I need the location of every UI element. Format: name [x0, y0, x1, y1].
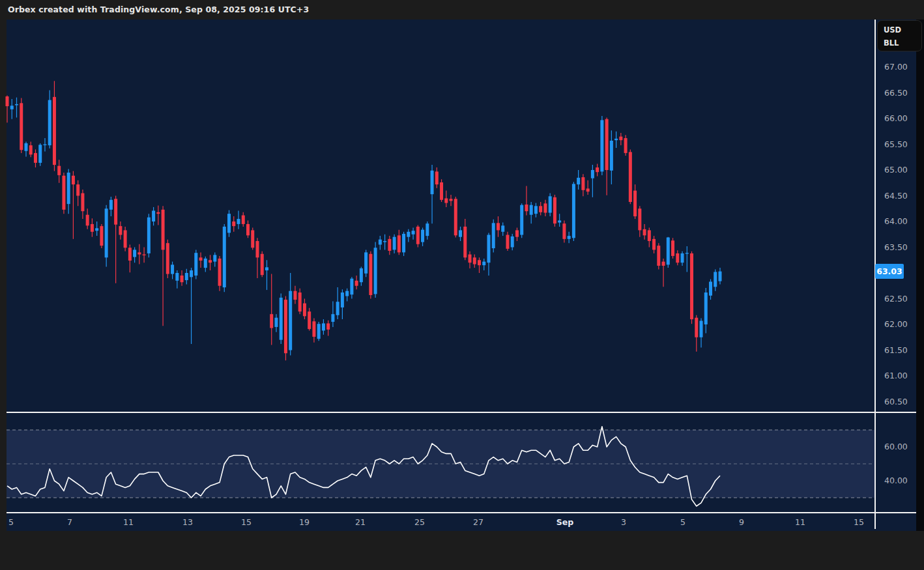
candle-body: [255, 241, 259, 257]
candle-body: [317, 324, 321, 339]
candle-body: [511, 236, 514, 248]
candle-body: [444, 198, 448, 203]
candle-body: [24, 143, 27, 151]
candle-body: [364, 252, 368, 273]
candle-body: [15, 104, 18, 106]
candle-body: [586, 188, 590, 192]
candle-body: [581, 177, 585, 190]
time-tick: 11: [123, 517, 134, 527]
time-tick: 25: [414, 517, 425, 527]
candle-body: [482, 262, 485, 266]
candle-body: [619, 137, 622, 141]
candle-body: [81, 193, 84, 212]
time-tick: 9: [739, 517, 744, 527]
candle-body: [591, 170, 594, 178]
candle-body: [667, 237, 670, 264]
candle-body: [156, 212, 160, 214]
price-tick: 62.50: [884, 294, 908, 304]
candle-body: [525, 205, 528, 211]
candle-body: [171, 264, 174, 274]
candle-body: [624, 138, 628, 153]
candle-body: [459, 230, 462, 236]
candle-body: [204, 259, 207, 268]
candle-body: [303, 304, 306, 317]
candle-body: [232, 221, 235, 226]
price-tick: 63.50: [884, 242, 908, 252]
time-tick: 21: [355, 517, 366, 527]
candle-body: [237, 219, 240, 224]
time-tick: 19: [299, 517, 310, 527]
price-tick: 64.00: [884, 216, 908, 226]
candle-body: [322, 323, 325, 330]
candle-body: [549, 196, 552, 212]
candle-body: [393, 237, 396, 250]
candle-body: [355, 281, 358, 286]
candle-body: [374, 248, 377, 294]
candle-body: [643, 229, 646, 235]
chart-canvas[interactable]: [0, 0, 924, 570]
candle-body: [119, 226, 122, 235]
footer-bar: TradingView: [0, 531, 924, 570]
candle-body: [416, 227, 420, 244]
last-price-label: 63.03: [875, 264, 904, 279]
candle-body: [369, 254, 372, 295]
candle-body: [662, 262, 665, 266]
candle-body: [29, 145, 33, 154]
time-tick: 27: [473, 517, 484, 527]
candle-body: [128, 248, 132, 261]
candle-body: [633, 191, 637, 217]
candle-body: [293, 291, 296, 300]
candle-body: [6, 96, 9, 106]
candle-body: [686, 253, 689, 253]
candle-body: [520, 205, 523, 235]
price-tick: 65.00: [884, 165, 908, 175]
candle-body: [162, 210, 165, 250]
candle-body: [704, 292, 708, 324]
candle-body: [48, 100, 51, 146]
price-tick: 66.00: [884, 113, 908, 123]
candle-body: [100, 226, 103, 246]
candle-body: [469, 255, 472, 263]
candle-body: [690, 253, 693, 319]
candle-body: [209, 260, 212, 263]
candle-body: [407, 232, 410, 237]
candle-body: [539, 206, 542, 212]
candle-body: [298, 292, 302, 311]
currency-option-usd[interactable]: USD: [884, 23, 921, 36]
currency-unit-toggle[interactable]: USD BLL: [877, 20, 922, 51]
candle-body: [312, 321, 315, 337]
candle-body: [331, 314, 334, 322]
candle-body: [308, 311, 311, 329]
rsi-tick: 40.00: [884, 476, 908, 485]
candle-body: [671, 240, 674, 256]
candle-body: [336, 302, 339, 315]
candle-body: [180, 276, 184, 282]
candle-body: [194, 253, 197, 276]
candle-body: [553, 197, 556, 223]
candle-body: [199, 257, 203, 261]
candle-body: [421, 230, 424, 242]
price-tick: 66.50: [884, 88, 908, 98]
unit-option-bll[interactable]: BLL: [884, 36, 921, 50]
candle-body: [388, 239, 391, 251]
candle-body: [652, 239, 656, 250]
candle-body: [190, 270, 193, 277]
candle-body: [280, 298, 283, 340]
candle-body: [478, 260, 481, 265]
candle-body: [175, 273, 179, 281]
candle-body: [402, 234, 405, 252]
candle-body: [360, 268, 363, 282]
pane-separator[interactable]: [7, 412, 916, 413]
candle-body: [20, 103, 23, 150]
candle-body: [137, 252, 141, 254]
candle-body: [124, 230, 127, 248]
candle-body: [543, 203, 547, 212]
candle-body: [67, 173, 70, 204]
candle-body: [261, 254, 264, 275]
candle-body: [497, 223, 500, 230]
candle-body: [709, 281, 712, 295]
time-tick: 3: [621, 517, 626, 527]
candle-body: [695, 318, 698, 337]
time-axis-separator: [7, 512, 916, 513]
candle-body: [530, 205, 533, 215]
